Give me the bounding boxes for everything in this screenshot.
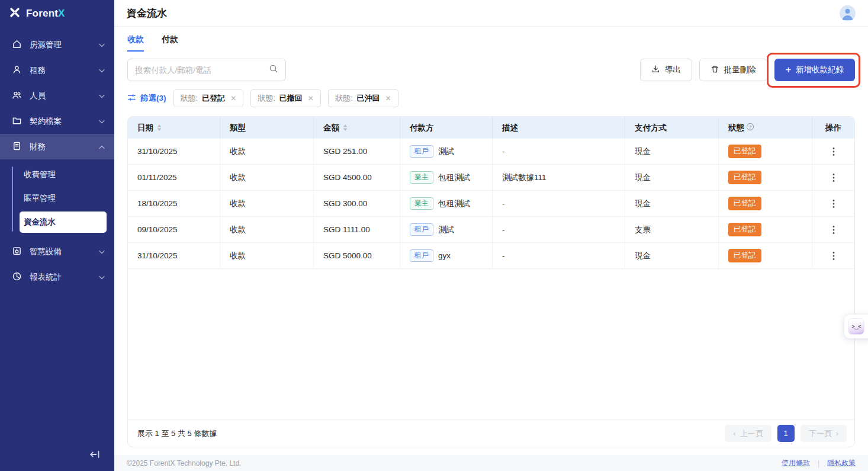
submenu-item-fee-management[interactable]: 收費管理 [0, 163, 114, 187]
filter-chip-reversed: 狀態: 已沖回 ✕ [328, 89, 398, 107]
filter-icon [127, 93, 136, 104]
column-header-amount[interactable]: 金額 [314, 117, 400, 139]
sidebar-item-tenancy[interactable]: 租務 [0, 57, 114, 83]
export-button[interactable]: 導出 [640, 59, 692, 81]
submenu-item-fund-flow[interactable]: 資金流水 [20, 212, 107, 233]
sidebar-item-label: 房源管理 [30, 40, 62, 50]
chevron-down-icon [99, 117, 105, 126]
column-header-payer: 付款方 [400, 117, 493, 139]
cell-payer: 租戶 測試 [400, 139, 493, 164]
filter-bar: 篩選(3) 狀態: 已登記 ✕ 狀態: 已撤回 ✕ 狀態: 已沖回 ✕ [127, 89, 855, 107]
filter-chip-withdrawn: 狀態: 已撤回 ✕ [250, 89, 321, 107]
kebab-menu-icon[interactable] [832, 199, 835, 209]
copyright-text: ©2025 ForentX Technology Pte. Ltd. [127, 459, 241, 467]
top-bar: 資金流水 [114, 0, 868, 27]
sidebar-item-reports[interactable]: 報表統計 [0, 264, 114, 290]
submenu-item-label: 賬單管理 [24, 193, 56, 204]
toolbar: 導出 批量刪除 + 新增收款紀錄 [127, 59, 855, 81]
kebab-menu-icon[interactable] [832, 225, 835, 235]
cell-method: 支票 [625, 217, 719, 242]
cell-description: - [493, 191, 625, 216]
sidebar-item-label: 人員 [30, 91, 46, 101]
main-area: 資金流水 收款 付款 [114, 0, 868, 471]
plus-icon: + [786, 65, 791, 75]
page-footer: ©2025 ForentX Technology Pte. Ltd. 使用條款 … [114, 455, 868, 471]
terms-link[interactable]: 使用條款 [782, 458, 810, 468]
pager: ‹ 上一頁 1 下一頁 › [725, 425, 847, 442]
collapse-sidebar-icon[interactable] [89, 450, 100, 462]
column-header-type: 類型 [220, 117, 314, 139]
chevron-left-icon: ‹ [733, 429, 735, 438]
filter-button[interactable]: 篩選(3) [127, 93, 166, 104]
close-icon[interactable]: ✕ [230, 94, 236, 102]
logo-icon [9, 7, 21, 21]
cell-type: 收款 [220, 217, 314, 242]
pie-chart-icon [12, 271, 22, 283]
sidebar-item-label: 智慧設備 [30, 246, 62, 257]
toolbar-actions: 導出 批量刪除 + 新增收款紀錄 [640, 59, 855, 81]
table-card: 日期 類型 金額 付款方 描述 支付方式 狀態 ? [127, 116, 855, 447]
tab-bar: 收款 付款 [127, 27, 855, 52]
submenu-item-label: 收費管理 [24, 169, 56, 180]
submenu-item-label: 資金流水 [24, 217, 56, 228]
user-icon [12, 65, 22, 76]
table-row: 01/11/2025 收款 SGD 4500.00 業主 包租測試 測試數據11… [128, 165, 854, 191]
sidebar-item-personnel[interactable]: 人員 [0, 83, 114, 108]
finance-submenu: 收費管理 賬單管理 資金流水 [0, 159, 114, 239]
tab-receipts[interactable]: 收款 [127, 34, 144, 52]
kebab-menu-icon[interactable] [832, 173, 835, 182]
assistant-widget[interactable]: >‿< [844, 315, 868, 338]
prev-page-button[interactable]: ‹ 上一頁 [725, 425, 771, 442]
kebab-menu-icon[interactable] [832, 147, 835, 156]
cell-status: 已登記 [719, 243, 812, 268]
brand-logo: ForentX [0, 0, 114, 27]
search-input[interactable] [135, 66, 269, 75]
close-icon[interactable]: ✕ [385, 94, 391, 102]
current-page-button[interactable]: 1 [777, 425, 795, 442]
sidebar-item-contracts[interactable]: 契約檔案 [0, 108, 114, 134]
users-icon [12, 90, 22, 102]
cell-actions [812, 139, 854, 164]
cell-amount: SGD 1111.00 [314, 217, 400, 242]
column-header-status: 狀態 ? [719, 117, 812, 139]
cell-date: 01/11/2025 [128, 165, 220, 190]
cell-status: 已登記 [719, 165, 812, 190]
assistant-face-icon: >‿< [848, 318, 864, 335]
privacy-link[interactable]: 隱私政策 [827, 458, 856, 468]
status-badge: 已登記 [728, 197, 761, 210]
close-icon[interactable]: ✕ [308, 94, 314, 102]
sidebar-item-smart-devices[interactable]: 智慧設備 [0, 239, 114, 264]
user-avatar[interactable] [840, 5, 856, 21]
add-receipt-record-button[interactable]: + 新增收款紀錄 [774, 59, 855, 81]
help-circle-icon[interactable]: ? [746, 123, 754, 133]
status-badge: 已登記 [728, 145, 761, 158]
bulk-delete-button[interactable]: 批量刪除 [699, 59, 767, 81]
cell-payer: 租戶 測試 [400, 217, 493, 242]
chevron-up-icon [99, 142, 105, 151]
footer-links: 使用條款 | 隱私政策 [782, 458, 856, 468]
svg-text:?: ? [749, 124, 752, 130]
sidebar-item-properties[interactable]: 房源管理 [0, 32, 114, 57]
cell-payer: 租戶 gyx [400, 243, 493, 268]
sort-icon [157, 124, 162, 131]
folder-icon [12, 116, 22, 127]
column-header-date[interactable]: 日期 [128, 117, 220, 139]
payer-type-tag: 業主 [410, 171, 433, 184]
submenu-item-bill-management[interactable]: 賬單管理 [0, 187, 114, 210]
sidebar-item-label: 財務 [30, 142, 46, 152]
kebab-menu-icon[interactable] [832, 251, 835, 261]
sidebar-item-label: 報表統計 [30, 272, 62, 283]
tab-payments[interactable]: 付款 [162, 34, 178, 52]
device-icon [12, 246, 22, 258]
cell-amount: SGD 251.00 [314, 139, 400, 164]
sidebar-item-finance[interactable]: 財務 [0, 134, 114, 159]
table-row: 09/10/2025 收款 SGD 1111.00 租戶 測試 - 支票 已登記 [128, 217, 854, 243]
download-icon [651, 65, 660, 75]
next-page-button[interactable]: 下一頁 › [801, 425, 847, 442]
sidebar-item-label: 契約檔案 [30, 116, 62, 127]
payer-type-tag: 租戶 [410, 223, 433, 236]
status-badge: 已登記 [728, 223, 761, 236]
cell-status: 已登記 [719, 217, 812, 242]
payer-type-tag: 業主 [410, 197, 433, 210]
home-icon [12, 39, 22, 51]
